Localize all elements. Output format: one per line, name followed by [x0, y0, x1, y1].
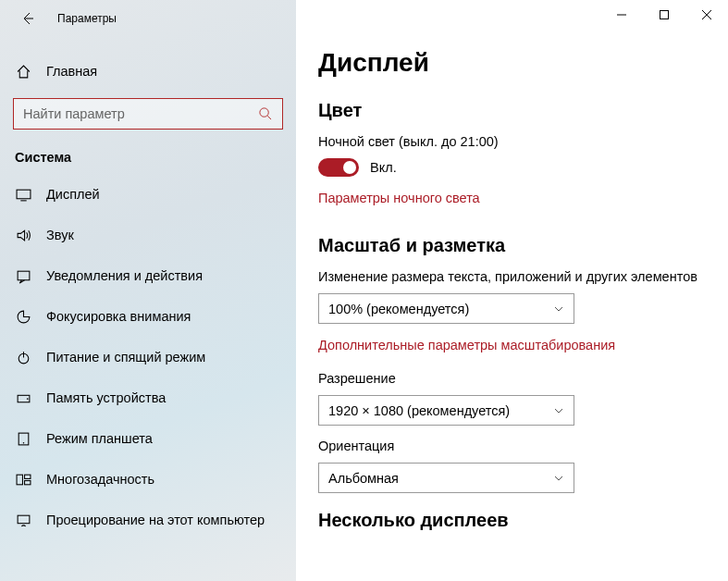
svg-point-11 [22, 442, 23, 443]
focus-icon [15, 308, 31, 325]
section-color-heading: Цвет [318, 100, 706, 121]
titlebar: Параметры [0, 0, 296, 37]
power-icon [15, 349, 31, 365]
svg-rect-12 [17, 475, 22, 485]
chevron-down-icon [553, 405, 564, 416]
minimize-button[interactable] [600, 0, 643, 30]
settings-app: Параметры Главная Система Дисплей Звук [0, 0, 728, 581]
sidebar-category: Система [0, 141, 296, 174]
section-scale-heading: Масштаб и разметка [318, 235, 706, 256]
window-controls [600, 0, 728, 30]
sidebar-item-sound[interactable]: Звук [0, 215, 296, 255]
main-panel: Дисплей Цвет Ночной свет (выкл. до 21:00… [296, 0, 728, 581]
maximize-icon [660, 10, 669, 19]
chevron-down-icon [553, 303, 564, 315]
notifications-icon [15, 267, 31, 284]
sidebar-home[interactable]: Главная [0, 52, 296, 91]
scale-label: Изменение размера текста, приложений и д… [318, 269, 706, 284]
sidebar-item-label: Питание и спящий режим [46, 350, 205, 365]
sidebar-item-label: Дисплей [46, 187, 100, 202]
svg-rect-14 [24, 480, 30, 484]
close-button[interactable] [685, 0, 728, 30]
sidebar-item-label: Проецирование на этот компьютер [46, 513, 265, 527]
sidebar-item-label: Многозадачность [46, 472, 154, 487]
night-light-toggle-label: Вкл. [370, 160, 397, 175]
svg-point-9 [26, 398, 28, 400]
orientation-value: Альбомная [328, 471, 399, 486]
search-icon [258, 106, 273, 121]
scale-select[interactable]: 100% (рекомендуется) [318, 293, 574, 324]
night-light-toggle-row: Вкл. [318, 158, 706, 177]
resolution-select[interactable]: 1920 × 1080 (рекомендуется) [318, 395, 574, 426]
window-title: Параметры [57, 12, 117, 25]
sidebar-item-label: Память устройства [46, 390, 166, 405]
sidebar-item-multitasking[interactable]: Многозадачность [0, 459, 296, 500]
svg-rect-5 [18, 271, 30, 280]
search-input[interactable] [23, 106, 258, 121]
tablet-icon [15, 430, 31, 447]
multitasking-icon [15, 471, 31, 488]
sidebar-item-label: Режим планшета [46, 431, 153, 446]
advanced-scaling-link[interactable]: Дополнительные параметры масштабирования [318, 338, 615, 352]
sidebar-item-tablet[interactable]: Режим планшета [0, 418, 296, 459]
svg-rect-13 [24, 475, 30, 478]
scale-value: 100% (рекомендуется) [328, 302, 469, 316]
sidebar-item-projecting[interactable]: Проецирование на этот компьютер [0, 500, 296, 540]
storage-icon [15, 389, 31, 406]
svg-rect-17 [660, 11, 669, 19]
display-icon [15, 186, 31, 203]
home-icon [15, 63, 31, 80]
svg-line-2 [267, 116, 271, 119]
sidebar-home-label: Главная [46, 64, 97, 79]
svg-rect-3 [17, 190, 31, 199]
sidebar-item-label: Звук [46, 228, 74, 242]
back-button[interactable] [19, 9, 37, 28]
sidebar-item-notifications[interactable]: Уведомления и действия [0, 255, 296, 296]
close-icon [702, 10, 711, 19]
search-box[interactable] [13, 98, 283, 130]
arrow-left-icon [20, 11, 35, 26]
sidebar-nav: Дисплей Звук Уведомления и действия Фоку… [0, 174, 296, 581]
svg-point-1 [260, 108, 268, 117]
section-multi-heading: Несколько дисплеев [318, 510, 706, 531]
page-title: Дисплей [318, 48, 706, 78]
night-light-settings-link[interactable]: Параметры ночного света [318, 191, 480, 205]
sidebar-item-label: Уведомления и действия [46, 268, 203, 283]
night-light-toggle[interactable] [318, 158, 359, 177]
svg-rect-15 [18, 515, 30, 524]
resolution-label: Разрешение [318, 371, 706, 386]
sidebar-item-power[interactable]: Питание и спящий режим [0, 337, 296, 377]
maximize-button[interactable] [643, 0, 685, 30]
toggle-knob [343, 161, 356, 174]
projecting-icon [15, 512, 31, 528]
sidebar-item-label: Фокусировка внимания [46, 309, 191, 324]
resolution-value: 1920 × 1080 (рекомендуется) [328, 403, 510, 418]
sidebar-item-focus[interactable]: Фокусировка внимания [0, 296, 296, 337]
orientation-label: Ориентация [318, 439, 706, 453]
orientation-select[interactable]: Альбомная [318, 463, 574, 493]
night-light-status: Ночной свет (выкл. до 21:00) [318, 134, 706, 149]
sidebar: Параметры Главная Система Дисплей Звук [0, 0, 296, 581]
sidebar-item-display[interactable]: Дисплей [0, 174, 296, 215]
sound-icon [15, 227, 31, 243]
content: Дисплей Цвет Ночной свет (выкл. до 21:00… [296, 0, 728, 581]
chevron-down-icon [553, 473, 564, 484]
minimize-icon [617, 10, 626, 19]
sidebar-item-storage[interactable]: Память устройства [0, 377, 296, 418]
